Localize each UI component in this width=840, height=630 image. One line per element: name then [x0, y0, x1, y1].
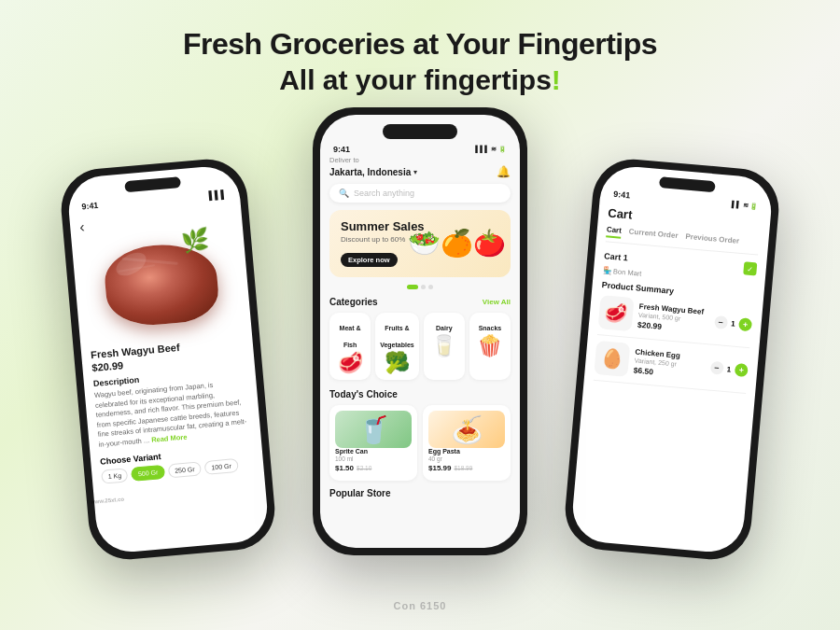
cat-emoji-meat: 🥩 [334, 351, 366, 375]
wagyu-qty: 1 [731, 319, 735, 328]
cart-item-wagyu: 🥩 Fresh Wagyu Beef Variant, 500 gr $20.9… [597, 295, 753, 348]
category-fruits-veg[interactable]: Fruits &Vegetables 🥦 [375, 313, 419, 380]
status-bar-center: 9:41 ▌▌▌ ≋ 🔋 [320, 143, 520, 156]
tab-cart[interactable]: Cart [606, 226, 622, 239]
choice-sprite-name: Sprite Can [335, 448, 412, 455]
cart-wagyu-controls: − 1 + [714, 315, 753, 331]
egg-qty: 1 [726, 365, 731, 373]
cart-check-icon[interactable]: ✓ [743, 262, 757, 276]
phone-right-screen: 9:41 ▌▌ ≋ 🔋 Cart Cart Current Order Prev… [570, 164, 775, 554]
header-accent: ! [552, 64, 561, 95]
cat-name-dairy: Dairy [436, 325, 453, 331]
cat-name-meat: Meat &Fish [340, 325, 361, 348]
variant-1kg[interactable]: 1 Kg [101, 469, 129, 484]
todays-choice-header: Today's Choice [329, 389, 511, 399]
dynamic-island-right [659, 177, 716, 193]
deliver-to-label: Deliver to [329, 156, 511, 164]
notification-bell-icon[interactable]: 🔔 [497, 165, 511, 178]
summer-banner[interactable]: Summer Sales Discount up to 60% Explore … [329, 210, 511, 277]
chevron-down-icon[interactable]: ▾ [413, 168, 417, 176]
explore-now-button[interactable]: Explore now [341, 253, 398, 267]
wagyu-plus-button[interactable]: + [738, 318, 752, 332]
left-screen-content: ‹ 🌿 Fresh Wagyu Beef $20.99 Description [69, 200, 264, 491]
status-icons-right: ▌▌ ≋ 🔋 [732, 201, 759, 210]
category-dairy[interactable]: Dairy 🥛 [424, 313, 465, 380]
banner-food-decoration: 🥗🍊🍅 [408, 231, 506, 257]
popular-store-title: Popular Store [329, 488, 511, 498]
header-subtitle-text: All at your fingertips [279, 64, 552, 95]
header-title-line1: Fresh Groceries at Your Fingertips [19, 26, 821, 62]
view-all-categories[interactable]: View All [483, 298, 511, 306]
store-name-text: Bon Mart [613, 268, 642, 279]
signal-icon-left: ▌▌▌ [208, 189, 227, 201]
header-section: Fresh Groceries at Your Fingertips All a… [0, 0, 840, 117]
dot-1[interactable] [407, 285, 418, 289]
time-center: 9:41 [333, 145, 350, 154]
choice-pasta-price: $15.99 [428, 464, 451, 472]
category-meat-fish[interactable]: Meat &Fish 🥩 [329, 313, 371, 380]
center-screen-content: Deliver to Jakarta, Indonesia ▾ 🔔 🔍 Sear… [320, 156, 520, 510]
wagyu-minus-button[interactable]: − [714, 315, 728, 329]
search-bar[interactable]: 🔍 Search anything [329, 184, 511, 203]
choice-sprite-can[interactable]: 🥤 Sprite Can 100 ml $1.50 $2.10 [329, 405, 417, 481]
tab-previous-order[interactable]: Previous Order [685, 232, 740, 249]
egg-minus-button[interactable]: − [709, 361, 723, 375]
variant-500gr[interactable]: 500 Gr [131, 465, 165, 482]
cat-emoji-fruits: 🥦 [380, 351, 414, 375]
egg-plus-button[interactable]: + [735, 363, 749, 377]
egg-pasta-image: 🍝 [428, 411, 505, 448]
dynamic-island-center [383, 124, 457, 139]
variant-250gr[interactable]: 250 Gr [168, 462, 203, 479]
todays-choice-row: 🥤 Sprite Can 100 ml $1.50 $2.10 🍝 Egg Pa… [329, 405, 511, 481]
herb-decoration: 🌿 [180, 227, 210, 256]
phone-left: 9:41 ▌▌▌ ‹ 🌿 [58, 156, 278, 563]
cart-item-egg-image: 🥚 [594, 341, 630, 377]
watermark-left: www.25xt.co [87, 495, 129, 508]
sprite-can-image: 🥤 [335, 411, 412, 448]
location-name: Jakarta, Indonesia [329, 167, 411, 177]
dynamic-island-left [124, 177, 181, 193]
category-snacks[interactable]: Snacks 🍿 [469, 313, 511, 380]
status-icons-left: ▌▌▌ [208, 189, 227, 201]
choice-sprite-weight: 100 ml [335, 455, 412, 462]
location-group: Jakarta, Indonesia ▾ [329, 167, 417, 177]
banner-dots [329, 285, 511, 289]
cat-name-snacks: Snacks [479, 325, 502, 331]
read-more-link[interactable]: Read More [151, 432, 188, 443]
choice-pasta-original: $18.99 [454, 465, 472, 471]
todays-choice-title: Today's Choice [329, 389, 398, 399]
time-left: 9:41 [81, 201, 99, 212]
location-row: Jakarta, Indonesia ▾ 🔔 [329, 165, 511, 178]
variant-100gr[interactable]: 100 Gr [204, 458, 239, 475]
product-image-left: 🌿 [80, 227, 242, 343]
phone-center: 9:41 ▌▌▌ ≋ 🔋 Deliver to Jakarta, Indones… [313, 107, 527, 555]
cat-name-fruits: Fruits &Vegetables [380, 325, 414, 348]
header-title-line2: All at your fingertips! [19, 62, 821, 98]
right-screen-content: Cart Cart Current Order Previous Order C… [583, 200, 771, 406]
dot-3[interactable] [428, 285, 433, 289]
variant-section: Choose Variant 1 Kg 500 Gr 250 Gr 100 Gr [100, 444, 255, 484]
status-icons-center: ▌▌▌ ≋ 🔋 [475, 146, 507, 153]
cart-item-egg-info: Chicken Egg Variant, 250 gr $6.50 [633, 347, 706, 380]
categories-title: Categories [329, 297, 378, 307]
cart-name: Cart 1 [604, 252, 628, 263]
cart-item-wagyu-info: Fresh Wagyu Beef Variant, 500 gr $20.99 [637, 302, 710, 335]
phone-center-screen: 9:41 ▌▌▌ ≋ 🔋 Deliver to Jakarta, Indones… [320, 115, 520, 548]
cat-emoji-dairy: 🥛 [428, 334, 460, 358]
tab-current-order[interactable]: Current Order [628, 228, 679, 245]
meat-container: 🌿 [102, 240, 220, 329]
phones-container: 9:41 ▌▌▌ ‹ 🌿 [0, 126, 840, 555]
choice-egg-pasta[interactable]: 🍝 Egg Pasta 40 gr $15.99 $18.99 [423, 405, 511, 481]
cart-item-wagyu-image: 🥩 [598, 295, 635, 331]
dot-2[interactable] [421, 285, 426, 289]
search-icon: 🔍 [339, 189, 349, 198]
search-placeholder: Search anything [354, 189, 414, 198]
cart-item-egg: 🥚 Chicken Egg Variant, 250 gr $6.50 − 1 … [594, 341, 749, 394]
choice-sprite-original: $2.10 [357, 465, 371, 471]
cart-egg-controls: − 1 + [709, 361, 749, 377]
signal-right: ▌▌ ≋ 🔋 [732, 201, 759, 210]
choice-pasta-prices: $15.99 $18.99 [428, 464, 505, 472]
signal-center: ▌▌▌ ≋ 🔋 [475, 146, 507, 153]
phone-left-screen: 9:41 ▌▌▌ ‹ 🌿 [66, 164, 271, 554]
phone-right: 9:41 ▌▌ ≋ 🔋 Cart Cart Current Order Prev… [562, 156, 782, 563]
